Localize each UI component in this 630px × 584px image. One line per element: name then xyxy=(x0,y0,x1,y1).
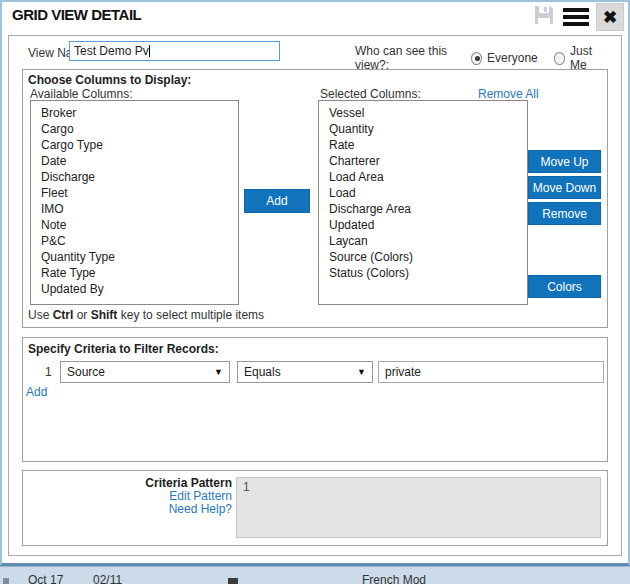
list-item[interactable]: IMO xyxy=(31,201,238,217)
radio-everyone-label: Everyone xyxy=(487,51,538,65)
list-item[interactable]: Load Area xyxy=(319,169,527,185)
chevron-down-icon: ▼ xyxy=(357,367,366,377)
save-button[interactable] xyxy=(530,3,558,31)
list-item[interactable]: Broker xyxy=(31,101,238,121)
list-item[interactable]: Cargo xyxy=(31,121,238,137)
list-item[interactable]: Cargo Type xyxy=(31,137,238,153)
close-icon: ✖ xyxy=(603,9,617,26)
save-icon xyxy=(532,3,556,31)
available-columns-list[interactable]: Broker Cargo Cargo Type Date Discharge F… xyxy=(30,100,239,305)
list-item[interactable]: Discharge Area xyxy=(319,201,527,217)
list-item[interactable]: Discharge xyxy=(31,169,238,185)
text-caret xyxy=(149,45,150,57)
list-item[interactable]: Rate xyxy=(319,137,527,153)
list-item[interactable]: Source (Colors) xyxy=(319,249,527,265)
columns-section: Choose Columns to Display: Available Col… xyxy=(22,69,608,328)
radio-just-me[interactable] xyxy=(554,52,565,65)
add-columns-button[interactable]: Add xyxy=(244,189,310,213)
remove-all-link[interactable]: Remove All xyxy=(478,87,539,101)
bg-cell-laycan: 02/11 xyxy=(93,573,122,584)
row-marker-icon xyxy=(3,578,9,584)
dialog-body: View Name: Test Demo Pv Who can see this… xyxy=(8,35,622,556)
multi-select-hint: Use Ctrl or Shift key to select multiple… xyxy=(28,308,264,322)
add-criteria-link[interactable]: Add xyxy=(26,385,47,399)
list-item[interactable]: Fleet xyxy=(31,185,238,201)
move-up-button[interactable]: Move Up xyxy=(528,150,601,173)
move-down-button[interactable]: Move Down xyxy=(528,176,601,199)
dialog-title: GRID VIEW DETAIL xyxy=(12,6,141,23)
list-item[interactable]: Updated xyxy=(319,217,527,233)
list-item[interactable]: Vessel xyxy=(319,101,527,121)
list-item[interactable]: Quantity Type xyxy=(31,249,238,265)
list-item[interactable]: Note xyxy=(31,217,238,233)
filter-criteria-section: Specify Criteria to Filter Records: 1 So… xyxy=(22,337,608,462)
close-button[interactable]: ✖ xyxy=(596,3,624,31)
selected-columns-list[interactable]: Vessel Quantity Rate Charterer Load Area… xyxy=(318,100,528,305)
list-item[interactable]: Status (Colors) xyxy=(319,265,527,281)
background-grid-row: Oct 17 02/11 French Mod xyxy=(0,566,630,584)
colors-button[interactable]: Colors xyxy=(528,275,601,298)
radio-just-me-label: Just Me xyxy=(570,44,605,72)
list-item[interactable]: Rate Type xyxy=(31,265,238,281)
view-name-input[interactable]: Test Demo Pv xyxy=(69,41,280,61)
chevron-down-icon: ▼ xyxy=(214,367,223,377)
list-item[interactable]: Date xyxy=(31,153,238,169)
grid-view-detail-dialog: GRID VIEW DETAIL ✖ View Na xyxy=(0,0,630,566)
criteria-pattern-textarea[interactable]: 1 xyxy=(236,477,601,538)
criteria-operator-select[interactable]: Equals ▼ xyxy=(237,361,373,383)
list-item[interactable]: Charterer xyxy=(319,153,527,169)
bg-cell-vessel: French Mod xyxy=(362,573,426,584)
list-item[interactable]: Updated By xyxy=(31,281,238,297)
filter-section-title: Specify Criteria to Filter Records: xyxy=(28,342,219,356)
list-item[interactable]: Load xyxy=(319,185,527,201)
radio-everyone[interactable] xyxy=(471,52,482,65)
criteria-field-select[interactable]: Source ▼ xyxy=(60,361,230,383)
visibility-label: Who can see this view?: xyxy=(355,44,463,72)
hamburger-icon xyxy=(563,5,589,29)
screen: Oct 17 02/11 French Mod GRID VIEW DETAIL xyxy=(0,0,630,584)
row-flag-icon xyxy=(228,578,238,584)
columns-section-title: Choose Columns to Display: xyxy=(28,73,191,87)
selected-columns-label: Selected Columns: xyxy=(320,87,421,101)
visibility-radio-group: Who can see this view?: Everyone Just Me xyxy=(355,44,621,72)
criteria-pattern-section: Criteria Pattern Edit Pattern Need Help?… xyxy=(22,470,608,546)
need-help-link[interactable]: Need Help? xyxy=(32,503,232,516)
available-columns-label: Available Columns: xyxy=(30,87,133,101)
criteria-row-index: 1 xyxy=(45,365,52,379)
menu-button[interactable] xyxy=(562,3,590,31)
remove-button[interactable]: Remove xyxy=(528,202,601,225)
list-item[interactable]: Laycan xyxy=(319,233,527,249)
bg-cell-date: Oct 17 xyxy=(28,573,63,584)
list-item[interactable]: P&C xyxy=(31,233,238,249)
list-item[interactable]: Quantity xyxy=(319,121,527,137)
criteria-value-input[interactable]: private xyxy=(378,361,604,383)
